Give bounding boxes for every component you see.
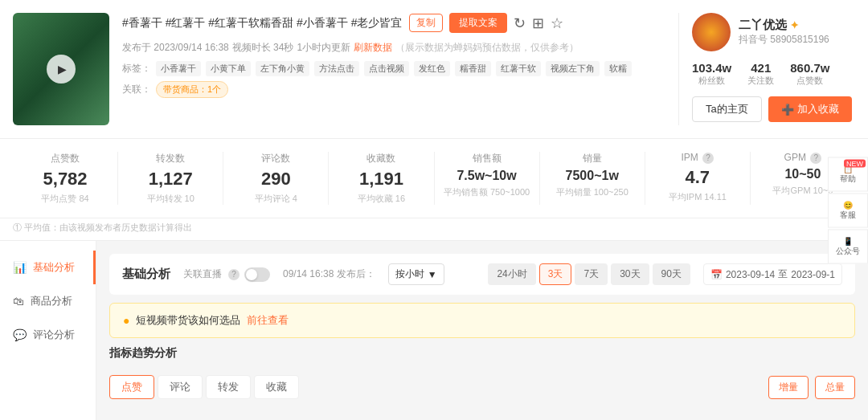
homepage-button[interactable]: Ta的主页 xyxy=(692,96,762,122)
chevron-down-icon: ▼ xyxy=(428,269,437,280)
nav-comment-analysis[interactable]: 💬 评论分析 xyxy=(0,318,96,352)
follow-label: 关注数 xyxy=(747,75,774,87)
nav-basic-analysis[interactable]: 📊 基础分析 xyxy=(0,251,96,284)
avg-note: ① 平均值：由该视频发布者历史数据计算得出 xyxy=(0,218,868,241)
tab-24h[interactable]: 24小时 xyxy=(488,263,535,285)
video-info: #香薯干 #红薯干 #红薯干软糯香甜 #小香薯干 #老少皆宜 复制 提取文案 ↻… xyxy=(122,13,665,125)
video-title-row: #香薯干 #红薯干 #红薯干软糯香甜 #小香薯干 #老少皆宜 复制 提取文案 ↻… xyxy=(122,13,665,33)
float-service[interactable]: 😊 客服 xyxy=(828,193,868,227)
live-toggle[interactable] xyxy=(244,267,270,282)
notice-link[interactable]: 前往查看 xyxy=(247,313,289,328)
extract-button[interactable]: 提取文案 xyxy=(449,13,507,33)
tag-4: 方法点击 xyxy=(314,61,359,76)
metric-likes-avg: 平均点赞 84 xyxy=(19,193,111,205)
date-end: 2023-09-1 xyxy=(791,269,835,280)
tab-7d[interactable]: 7天 xyxy=(575,263,608,285)
refresh-icon[interactable]: ↻ xyxy=(514,14,526,32)
tab-30d[interactable]: 30天 xyxy=(611,263,649,285)
service-icon: 😊 xyxy=(832,200,864,209)
metric-ipm-avg: 平均IPM 14.11 xyxy=(652,191,743,203)
metric-volume-value: 7500~1w xyxy=(547,169,638,183)
metric-sales-avg: 平均销售额 750~1000 xyxy=(441,186,533,198)
share-icon[interactable]: ⊞ xyxy=(532,14,544,32)
tab-likes[interactable]: 点赞 xyxy=(109,375,154,399)
metric-shares-avg: 平均转发 10 xyxy=(125,193,216,205)
profile-info: 二丫优选 ✦ 抖音号 58905815196 xyxy=(739,18,829,47)
metric-likes-value: 5,782 xyxy=(19,169,111,190)
chart-tabs: 点赞 评论 转发 收藏 xyxy=(109,375,299,399)
metric-ipm: IPM ? 4.7 平均IPM 14.11 xyxy=(645,152,751,205)
analysis-title: 基础分析 xyxy=(122,267,170,282)
tags-row: 标签： 小香薯干 小黄下单 左下角小黄 方法点击 点击视频 发红色 糯香甜 红薯… xyxy=(122,61,665,76)
metric-collects: 收藏数 1,191 平均收藏 16 xyxy=(329,152,434,205)
relate-label: 关联： xyxy=(122,83,151,96)
fans-label: 粉丝数 xyxy=(692,75,731,87)
copy-button[interactable]: 复制 xyxy=(409,14,443,32)
warning-icon: ● xyxy=(123,314,129,327)
nav-product-label: 商品分析 xyxy=(31,294,72,308)
chart-controls: 点赞 评论 转发 收藏 增量 总量 xyxy=(109,375,855,399)
nav-product-analysis[interactable]: 🛍 商品分析 xyxy=(0,284,96,318)
tab-3d[interactable]: 3天 xyxy=(539,263,572,285)
metric-sales-title: 销售额 xyxy=(441,152,533,165)
new-badge: NEW xyxy=(844,159,866,167)
refresh-data-link[interactable]: 刷新数据 xyxy=(354,41,392,55)
time-tabs: 24小时 3天 7天 30天 90天 xyxy=(488,263,690,285)
profile-header: 二丫优选 ✦ 抖音号 58905815196 xyxy=(692,13,829,51)
metric-shares: 转发数 1,127 平均转发 10 xyxy=(118,152,223,205)
total-btn[interactable]: 总量 xyxy=(815,376,855,399)
right-content: 基础分析 关联直播 ? 09/14 16:38 发布后： 按小时 ▼ 24小时 … xyxy=(96,241,868,420)
float-help[interactable]: NEW 📋 帮助 xyxy=(828,157,868,191)
metric-shares-value: 1,127 xyxy=(125,169,216,190)
play-button[interactable] xyxy=(47,55,76,84)
trend-title: 指标趋势分析 xyxy=(109,346,177,361)
wechat-label: 公众号 xyxy=(832,245,864,256)
tag-8: 红薯干软 xyxy=(496,61,541,76)
tag-9: 视频左下角 xyxy=(546,61,600,76)
service-label: 客服 xyxy=(832,209,864,220)
analysis-header: 基础分析 关联直播 ? 09/14 16:38 发布后： 按小时 ▼ 24小时 … xyxy=(109,254,855,295)
follow-stat: 421 关注数 xyxy=(747,61,774,87)
tab-shares[interactable]: 转发 xyxy=(206,375,251,399)
avatar-image xyxy=(692,13,731,51)
metric-likes: 点赞数 5,782 平均点赞 84 xyxy=(13,152,118,205)
main-container: #香薯干 #红薯干 #红薯干软糯香甜 #小香薯干 #老少皆宜 复制 提取文案 ↻… xyxy=(0,0,868,420)
relate-row: 关联： 带货商品：1个 xyxy=(122,81,665,98)
left-nav: 📊 基础分析 🛍 商品分析 💬 评论分析 xyxy=(0,241,96,420)
date-range[interactable]: 📅 2023-09-14 至 2023-09-1 xyxy=(703,263,842,285)
metric-sales: 销售额 7.5w~10w 平均销售额 750~1000 xyxy=(435,152,540,205)
live-label: 关联直播 xyxy=(183,267,222,281)
notice-text: 短视频带货该如何选品 xyxy=(136,313,240,328)
verified-icon: ✦ xyxy=(790,19,799,31)
profile-actions: Ta的主页 ➕ 加入收藏 xyxy=(692,96,852,122)
gpm-help-icon[interactable]: ? xyxy=(810,153,821,164)
tab-comments[interactable]: 评论 xyxy=(158,375,203,399)
profile-stats: 103.4w 粉丝数 421 关注数 860.7w 点赞数 xyxy=(692,61,829,87)
wechat-icon: 📱 xyxy=(832,236,864,245)
relate-badge[interactable]: 带货商品：1个 xyxy=(156,81,228,98)
calendar-icon: 📅 xyxy=(710,269,723,280)
video-thumbnail xyxy=(13,13,109,125)
increase-btn[interactable]: 增量 xyxy=(768,376,809,399)
ipm-help-icon[interactable]: ? xyxy=(702,153,714,164)
float-wechat[interactable]: 📱 公众号 xyxy=(828,229,868,263)
collect-button[interactable]: ➕ 加入收藏 xyxy=(768,96,852,122)
star-icon[interactable]: ☆ xyxy=(551,14,563,32)
likes-stat: 860.7w 点赞数 xyxy=(790,61,829,87)
time-select[interactable]: 按小时 ▼ xyxy=(388,263,444,285)
metric-volume-avg: 平均销量 100~250 xyxy=(547,186,638,198)
metric-comments-title: 评论数 xyxy=(230,152,321,165)
date-separator: 至 xyxy=(778,267,788,281)
tab-collects[interactable]: 收藏 xyxy=(254,375,299,399)
likes-label: 点赞数 xyxy=(790,75,829,87)
publish-info: 09/14 16:38 发布后： xyxy=(283,267,375,281)
tab-90d[interactable]: 90天 xyxy=(653,263,690,285)
chart-actions: 增量 总量 xyxy=(768,376,855,399)
fans-stat: 103.4w 粉丝数 xyxy=(692,61,731,87)
profile-name: 二丫优选 ✦ xyxy=(739,18,829,33)
metrics-bar: 点赞数 5,782 平均点赞 84 转发数 1,127 平均转发 10 评论数 … xyxy=(0,139,868,218)
meta-note: （展示数据为蝉妈妈预估数据，仅供参考） xyxy=(395,41,579,55)
tag-6: 发红色 xyxy=(414,61,450,76)
tag-7: 糯香甜 xyxy=(455,61,491,76)
live-help-icon[interactable]: ? xyxy=(228,269,240,280)
